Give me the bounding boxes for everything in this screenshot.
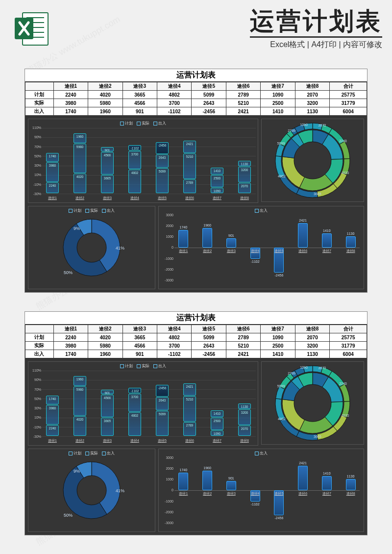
svg-text:4802: 4802 — [278, 417, 286, 420]
table-header-cell: 途径4 — [157, 82, 191, 91]
table-header-cell: 途径1 — [53, 82, 88, 91]
table-row: 出入17401960901-1102-24562421141011306004 — [25, 107, 367, 116]
excel-icon — [14, 11, 50, 47]
table-header-cell: 途径2 — [88, 325, 122, 333]
svg-text:1090: 1090 — [300, 366, 308, 369]
svg-text:4020: 4020 — [341, 171, 349, 175]
legend-item: 出入 — [255, 208, 268, 213]
donut-chart: 计划实际出入41%50%9% — [28, 206, 155, 289]
svg-text:3665: 3665 — [314, 435, 321, 438]
table-row: 出入17401960901-1102-24562421141011306004 — [25, 350, 367, 358]
diff-bar-column: 1960途径2 — [198, 215, 217, 280]
svg-text:1090: 1090 — [300, 123, 308, 126]
table-header-cell: 合计 — [330, 82, 367, 91]
table-header-cell: 途径8 — [295, 82, 329, 91]
data-table: 途径1途径2途径3途径4途径5途径6途径7途径8合计计划224040203665… — [25, 325, 367, 358]
sheet-preview-1: 运营计划表途径1途径2途径3途径4途径5途径6途径7途径8合计计划2240402… — [24, 69, 368, 293]
data-table: 途径1途径2途径3途径4途径5途径6途径7途径8合计计划224040203665… — [25, 82, 367, 116]
stacked-bar-column: 278952102421途径6 — [178, 371, 201, 436]
diff-bar-column: 1130途径8 — [342, 215, 360, 280]
table-row: 计划2240402036654802509927891090207025775 — [25, 91, 367, 99]
table-header-cell — [25, 325, 54, 333]
stacked-bar-column: 109025001410途径7 — [206, 371, 228, 436]
table-header-cell: 途径5 — [192, 325, 226, 333]
legend-item: 实际 — [85, 208, 98, 213]
stacked-bar-column: 278952102421途径6 — [178, 128, 201, 194]
stacked-bar-column: 48023700-1102途径4 — [123, 371, 146, 436]
stacked-bar-column: 402059801960途径2 — [69, 128, 91, 194]
stacked-bar-column: 48023700-1102途径4 — [123, 128, 146, 194]
table-row: 计划2240402036654802509927891090207025775 — [25, 333, 367, 342]
page-header: 运营计划表 Excel格式 | A4打印 | 内容可修改 — [250, 9, 382, 50]
diff-bar-column: 2421途径6 — [294, 458, 312, 523]
diff-bar-column: 901途径3 — [222, 215, 241, 280]
diff-bar-column: 1410途径7 — [318, 215, 336, 280]
stacked-bar-column: 207032001130途径8 — [233, 371, 256, 436]
table-title: 运营计划表 — [25, 69, 367, 82]
table-title: 运营计划表 — [25, 312, 367, 325]
svg-text:4802: 4802 — [278, 174, 286, 177]
table-header-cell: 合计 — [330, 325, 367, 333]
svg-text:2240: 2240 — [339, 382, 347, 385]
diff-bar-column: -1102途径4 — [246, 458, 264, 523]
diff-bar-column: -2456途径5 — [270, 458, 288, 523]
stacked-bar-column: 109025001410途径7 — [206, 128, 228, 194]
legend-item: 出入 — [102, 451, 115, 456]
svg-text:4020: 4020 — [341, 414, 349, 417]
diff-bar-column: -2456途径5 — [270, 215, 288, 280]
stacked-bar-column: 207032001130途径8 — [233, 128, 256, 194]
sunburst-chart: 20702240402036654802509927891090 — [261, 119, 364, 202]
table-header-cell — [25, 82, 54, 91]
legend-item: 出入 — [255, 451, 268, 456]
diff-bar-column: 2421途径6 — [294, 215, 312, 280]
diff-bar-column: 1960途径2 — [198, 458, 217, 523]
table-header-cell: 途径6 — [226, 82, 260, 91]
diff-bar-column: -1102途径4 — [246, 215, 264, 280]
table-row: 实际3980598045663700264352102500320031779 — [25, 342, 367, 350]
table-header-cell: 途径1 — [53, 325, 88, 333]
table-row: 实际3980598045663700264352102500320031779 — [25, 99, 367, 107]
table-header-cell: 途径4 — [157, 325, 191, 333]
table-header-cell: 途径7 — [261, 82, 295, 91]
diff-bar-column: 1740途径1 — [174, 458, 193, 523]
table-header-cell: 途径3 — [122, 82, 157, 91]
difference-bar-chart: 出入3000200010000-1000-2000-30001740途径1196… — [158, 206, 364, 289]
table-header-cell: 途径5 — [192, 82, 226, 91]
stacked-bar-column: 36654566901途径3 — [96, 128, 119, 194]
table-header-cell: 途径8 — [295, 325, 329, 333]
svg-text:2789: 2789 — [288, 372, 295, 375]
stacked-bar-column: 402059801960途径2 — [69, 371, 91, 436]
page-subtitle: Excel格式 | A4打印 | 内容可修改 — [250, 36, 382, 50]
diff-bar-column: 901途径3 — [222, 458, 241, 523]
legend-item: 实际 — [85, 451, 98, 456]
stacked-bar-column: 224039801740途径1 — [41, 128, 64, 194]
page-title: 运营计划表 — [250, 9, 382, 33]
table-header-cell: 途径6 — [226, 325, 260, 333]
diff-bar-column: 1410途径7 — [318, 458, 336, 523]
svg-text:2240: 2240 — [339, 139, 347, 143]
svg-text:5099: 5099 — [277, 142, 285, 145]
diff-bar-column: 1130途径8 — [342, 458, 360, 523]
legend-item: 计划 — [69, 451, 81, 456]
svg-text:5099: 5099 — [277, 384, 285, 388]
legend-item: 出入 — [102, 208, 115, 213]
svg-text:2789: 2789 — [288, 129, 295, 132]
donut-chart: 计划实际出入41%50%9% — [28, 449, 155, 532]
stacked-bar-column: 50992643-2456途径5 — [151, 371, 173, 436]
table-header-cell: 途径3 — [122, 325, 157, 333]
table-header-cell: 途径2 — [88, 82, 122, 91]
diff-bar-column: 1740途径1 — [174, 215, 193, 280]
stacked-bar-column: 224039801740途径1 — [41, 371, 64, 436]
sunburst-chart: 20702240402036654802509927891090 — [261, 361, 364, 445]
stacked-bar-column: 36654566901途径3 — [96, 371, 119, 436]
svg-text:3665: 3665 — [314, 192, 321, 196]
stacked-bar-chart: 计划实际出入110%90%70%50%30%10%-10%-30%2240398… — [28, 361, 258, 446]
stacked-bar-chart: 计划实际出入110%90%70%50%30%10%-10%-30%2240398… — [28, 119, 258, 203]
sheet-preview-2: 运营计划表途径1途径2途径3途径4途径5途径6途径7途径8合计计划2240402… — [24, 311, 368, 535]
svg-text:2070: 2070 — [318, 366, 326, 369]
svg-text:2070: 2070 — [318, 123, 326, 126]
legend-item: 计划 — [69, 208, 81, 213]
stacked-bar-column: 50992643-2456途径5 — [151, 128, 173, 194]
table-header-cell: 途径7 — [261, 325, 295, 333]
difference-bar-chart: 出入3000200010000-1000-2000-30001740途径1196… — [158, 449, 364, 532]
